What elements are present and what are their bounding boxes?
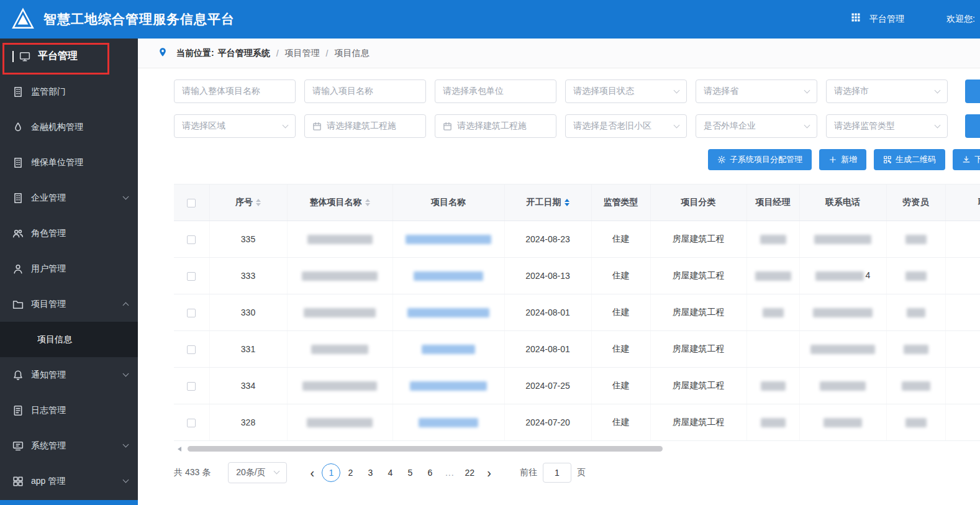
filter-date-input[interactable]: 请选择建筑工程施 bbox=[304, 114, 426, 138]
row-checkbox[interactable] bbox=[187, 309, 196, 317]
seq-cell: 328 bbox=[209, 404, 287, 440]
breadcrumb-item-projects[interactable]: 项目管理 bbox=[285, 48, 320, 59]
page-button-2[interactable]: 2 bbox=[340, 463, 360, 482]
prev-page-button[interactable]: ‹ bbox=[303, 466, 322, 479]
filter-date-input[interactable]: 请选择建筑工程施 bbox=[435, 114, 556, 138]
filter-select-input[interactable]: 请选择监管类型 bbox=[826, 114, 948, 138]
sidebar-item-maintenance[interactable]: 维保单位管理 bbox=[0, 145, 138, 180]
action-button-download[interactable]: 下载 bbox=[953, 149, 980, 170]
page-button-22[interactable]: 22 bbox=[460, 463, 479, 482]
table-row: 331 2024-08-01 住建 房屋建筑工程 bbox=[174, 330, 980, 367]
projects-table-wrap: 序号整体项目名称项目名称开工日期监管类型项目分类项目经理联系电话劳资员联 335… bbox=[174, 184, 980, 441]
building-icon bbox=[12, 157, 24, 168]
next-page-button[interactable]: › bbox=[479, 466, 499, 479]
sort-icon[interactable] bbox=[256, 199, 261, 206]
category-cell: 房屋建筑工程 bbox=[650, 367, 746, 404]
goto-page-input[interactable]: 1 bbox=[543, 463, 571, 483]
breadcrumb-root[interactable]: 平台管理系统 bbox=[218, 48, 270, 59]
placeholder-text: 请输入整体项目名称 bbox=[182, 86, 288, 97]
sidebar-item-system[interactable]: 系统管理 bbox=[0, 428, 138, 463]
sort-icon[interactable] bbox=[365, 199, 370, 206]
column-header[interactable]: 序号 bbox=[209, 184, 287, 221]
column-header[interactable]: 整体项目名称 bbox=[287, 184, 392, 221]
sidebar-item-finance[interactable]: 金融机构管理 bbox=[0, 109, 138, 145]
seq-cell: 335 bbox=[209, 221, 287, 257]
qrcode-icon bbox=[883, 155, 892, 164]
scrollbar-thumb[interactable] bbox=[188, 446, 663, 452]
page-button-6[interactable]: 6 bbox=[420, 463, 440, 482]
filter-select-input[interactable]: 请选择区域 bbox=[174, 114, 296, 138]
redacted-project-manager bbox=[755, 271, 791, 281]
page-button-4[interactable]: 4 bbox=[380, 463, 400, 482]
redacted-project-name-link[interactable] bbox=[422, 345, 475, 354]
search-button[interactable] bbox=[965, 80, 980, 103]
page-button-5[interactable]: 5 bbox=[400, 463, 420, 482]
column-header[interactable]: 开工日期 bbox=[504, 184, 591, 221]
redacted-overall-project-name bbox=[307, 418, 373, 427]
row-checkbox[interactable] bbox=[187, 382, 196, 391]
sidebar-item-logs[interactable]: 日志管理 bbox=[0, 393, 138, 428]
sidebar-item-regulator[interactable]: 监管部门 bbox=[0, 74, 138, 109]
sidebar-item-notify[interactable]: 通知管理 bbox=[0, 357, 138, 393]
sidebar-item-users[interactable]: 用户管理 bbox=[0, 251, 138, 286]
action-button-label: 生成二维码 bbox=[896, 154, 936, 165]
redacted-overall-project-name bbox=[302, 271, 378, 281]
redacted-project-name-link[interactable] bbox=[419, 418, 478, 427]
sidebar-item-label: 日志管理 bbox=[31, 405, 128, 416]
select-all-checkbox[interactable] bbox=[187, 199, 196, 207]
start-date-cell: 2024-07-25 bbox=[504, 367, 591, 404]
redacted-project-manager bbox=[763, 308, 784, 317]
redacted-project-name-link[interactable] bbox=[414, 271, 483, 281]
placeholder-text: 请选择承包单位 bbox=[443, 86, 548, 97]
table-row: 333 2024-08-13 住建 房屋建筑工程 4 bbox=[174, 257, 980, 294]
search-button[interactable] bbox=[965, 114, 980, 138]
filter-select-input[interactable]: 是否外埠企业 bbox=[696, 114, 817, 138]
action-button-add[interactable]: 新增 bbox=[819, 149, 866, 170]
projects-table: 序号整体项目名称项目名称开工日期监管类型项目分类项目经理联系电话劳资员联 335… bbox=[174, 184, 980, 441]
filter-text-input[interactable]: 请输入项目名称 bbox=[304, 80, 426, 103]
regulator-type-cell: 住建 bbox=[591, 367, 650, 404]
sidebar-item-label: 用户管理 bbox=[31, 263, 128, 275]
sidebar-item-projects[interactable]: 项目管理 bbox=[0, 286, 138, 322]
action-button-generate-qrcode[interactable]: 生成二维码 bbox=[874, 149, 945, 170]
filter-select-input[interactable]: 请选择市 bbox=[826, 80, 948, 103]
redacted-project-name-link[interactable] bbox=[410, 381, 487, 391]
page-size-select[interactable]: 20条/页 bbox=[228, 462, 286, 483]
filter-text-input[interactable]: 请输入整体项目名称 bbox=[174, 80, 296, 103]
seq-cell: 334 bbox=[209, 367, 287, 404]
filter-select-input[interactable]: 请选择是否老旧小区 bbox=[565, 114, 687, 138]
row-checkbox[interactable] bbox=[187, 272, 196, 281]
horizontal-scrollbar[interactable] bbox=[174, 446, 980, 452]
redacted-project-name-link[interactable] bbox=[406, 235, 491, 244]
chevron-down-icon bbox=[123, 371, 129, 377]
filter-text-input[interactable]: 请选择承包单位 bbox=[435, 80, 556, 103]
placeholder-text: 请选择建筑工程施 bbox=[457, 121, 548, 132]
sort-icon[interactable] bbox=[565, 199, 569, 206]
sidebar-item-label: 项目管理 bbox=[31, 299, 119, 310]
sidebar-item-enterprise[interactable]: 企业管理 bbox=[0, 180, 138, 216]
platform-nav-label[interactable]: 平台管理 bbox=[869, 14, 904, 25]
seq-cell: 333 bbox=[209, 257, 287, 294]
sidebar-item-project-info[interactable]: 项目信息 bbox=[0, 322, 138, 357]
filter-select-input[interactable]: 请选择项目状态 bbox=[565, 80, 687, 103]
header-checkbox-cell bbox=[174, 184, 209, 221]
redacted-project-manager bbox=[761, 418, 786, 427]
breadcrumb-label: 当前位置: bbox=[176, 48, 214, 59]
breadcrumb-item-project-info[interactable]: 项目信息 bbox=[334, 48, 369, 59]
chevron-down-icon bbox=[804, 87, 810, 93]
sidebar-item-roles[interactable]: 角色管理 bbox=[0, 216, 138, 251]
page-button-3[interactable]: 3 bbox=[360, 463, 380, 482]
page-button-1[interactable]: 1 bbox=[322, 463, 340, 482]
filter-select-input[interactable]: 请选择省 bbox=[696, 80, 817, 103]
redacted-project-name-link[interactable] bbox=[407, 308, 489, 317]
row-checkbox[interactable] bbox=[187, 419, 196, 427]
row-checkbox[interactable] bbox=[187, 345, 196, 354]
placeholder-text: 请选择区域 bbox=[182, 121, 283, 132]
row-checkbox[interactable] bbox=[187, 235, 196, 244]
breadcrumb-separator: / bbox=[276, 48, 279, 58]
redacted-labor-officer bbox=[905, 418, 927, 427]
sidebar-item-app[interactable]: app 管理 bbox=[0, 463, 138, 499]
action-button-assign[interactable]: 子系统项目分配管理 bbox=[708, 149, 812, 170]
apps-grid-icon[interactable] bbox=[851, 12, 864, 26]
sidebar-item-platform[interactable]: 平台管理 bbox=[0, 39, 138, 74]
